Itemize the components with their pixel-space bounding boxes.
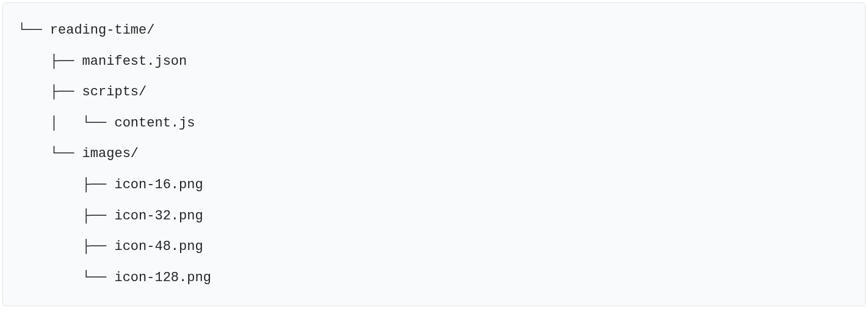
directory-tree-block: └── reading-time/ ├── manifest.json ├── … <box>2 2 866 306</box>
tree-line: ├── scripts/ <box>18 77 850 108</box>
tree-line: ├── icon-16.png <box>18 170 850 201</box>
tree-line: └── icon-128.png <box>18 263 850 294</box>
tree-line: ├── icon-32.png <box>18 201 850 232</box>
tree-line: └── reading-time/ <box>18 15 850 46</box>
tree-line: ├── manifest.json <box>18 46 850 78</box>
tree-line: └── images/ <box>18 139 850 170</box>
tree-line: │ └── content.js <box>18 108 850 139</box>
tree-line: ├── icon-48.png <box>18 232 850 263</box>
